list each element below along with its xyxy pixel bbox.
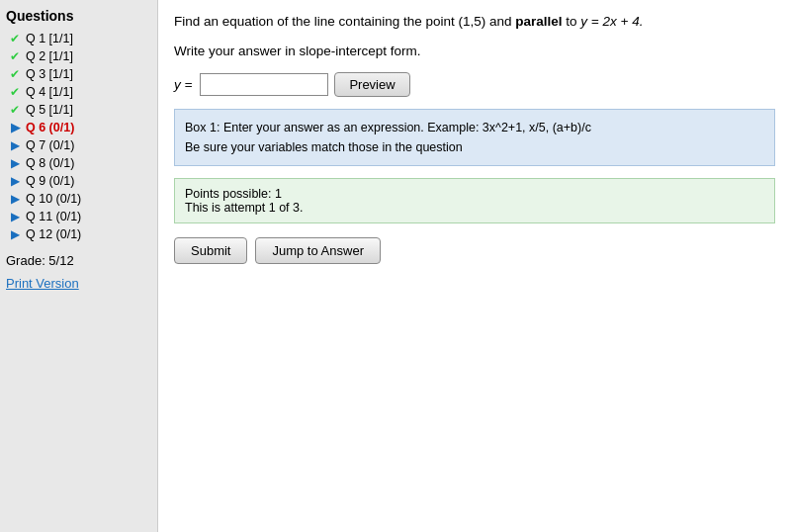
sidebar-item-q9[interactable]: ▶ Q 9 (0/1) [6,172,151,190]
arrow-icon: ▶ [8,174,22,188]
arrow-icon: ▶ [8,227,22,241]
sidebar-item-q1[interactable]: ✔ Q 1 [1/1] [6,30,151,47]
sidebar-item-label: Q 4 [1/1] [26,85,73,99]
question-equation: y = 2x + 4. [580,14,643,29]
sidebar-item-label: Q 12 (0/1) [26,227,81,241]
jump-to-answer-button[interactable]: Jump to Answer [255,237,381,264]
action-buttons: Submit Jump to Answer [174,237,775,264]
sidebar-item-q6[interactable]: ▶ Q 6 (0/1) [6,119,151,136]
sidebar-title: Questions [6,8,151,24]
sidebar-item-q11[interactable]: ▶ Q 11 (0/1) [6,208,151,225]
sidebar-item-label: Q 1 [1/1] [26,32,73,45]
arrow-icon: ▶ [8,121,22,134]
question-line1: Find an equation of the line containing … [174,14,512,29]
preview-button[interactable]: Preview [334,72,409,97]
sidebar-item-label: Q 10 (0/1) [26,192,81,206]
arrow-icon: ▶ [8,138,22,152]
arrow-icon: ▶ [8,156,22,170]
points-box: Points possible: 1 This is attempt 1 of … [174,178,775,223]
sidebar-item-label: Q 11 (0/1) [26,210,81,223]
points-line1: Points possible: 1 [185,187,764,201]
hint-line2: Be sure your variables match those in th… [185,137,764,157]
print-version-link[interactable]: Print Version [6,276,151,291]
sidebar-item-label: Q 8 (0/1) [26,156,74,170]
sidebar-item-q4[interactable]: ✔ Q 4 [1/1] [6,83,151,101]
hint-line1: Box 1: Enter your answer as an expressio… [185,118,764,137]
sidebar: Questions ✔ Q 1 [1/1] ✔ Q 2 [1/1] ✔ Q 3 … [0,0,158,532]
question-line2: to [566,14,576,29]
check-icon: ✔ [8,49,22,63]
check-icon: ✔ [8,85,22,99]
sidebar-item-q3[interactable]: ✔ Q 3 [1/1] [6,65,151,83]
y-label: y = [174,77,192,92]
arrow-icon: ▶ [8,192,22,206]
sidebar-item-q10[interactable]: ▶ Q 10 (0/1) [6,190,151,208]
sidebar-item-label: Q 7 (0/1) [26,138,74,152]
instruction-text: Write your answer in slope-intercept for… [174,42,775,61]
sidebar-item-q5[interactable]: ✔ Q 5 [1/1] [6,101,151,119]
sidebar-item-label: Q 9 (0/1) [26,174,74,188]
attempt-line: This is attempt 1 of 3. [185,201,764,215]
grade-info: Grade: 5/12 [6,253,151,268]
arrow-icon: ▶ [8,210,22,223]
sidebar-item-q8[interactable]: ▶ Q 8 (0/1) [6,154,151,172]
sidebar-item-label: Q 5 [1/1] [26,103,73,117]
question-bold: parallel [515,14,562,29]
sidebar-item-label: Q 3 [1/1] [26,67,73,81]
sidebar-item-q12[interactable]: ▶ Q 12 (0/1) [6,225,151,243]
submit-button[interactable]: Submit [174,237,247,264]
sidebar-item-label: Q 2 [1/1] [26,49,73,63]
check-icon: ✔ [8,32,22,45]
sidebar-item-q2[interactable]: ✔ Q 2 [1/1] [6,47,151,65]
answer-form: y = Preview [174,72,775,97]
check-icon: ✔ [8,67,22,81]
sidebar-item-q7[interactable]: ▶ Q 7 (0/1) [6,136,151,154]
question-text: Find an equation of the line containing … [174,12,775,32]
answer-input[interactable] [200,73,328,96]
main-content: Find an equation of the line containing … [158,0,791,532]
hint-box: Box 1: Enter your answer as an expressio… [174,109,775,166]
check-icon: ✔ [8,103,22,117]
sidebar-item-label: Q 6 (0/1) [26,121,74,134]
